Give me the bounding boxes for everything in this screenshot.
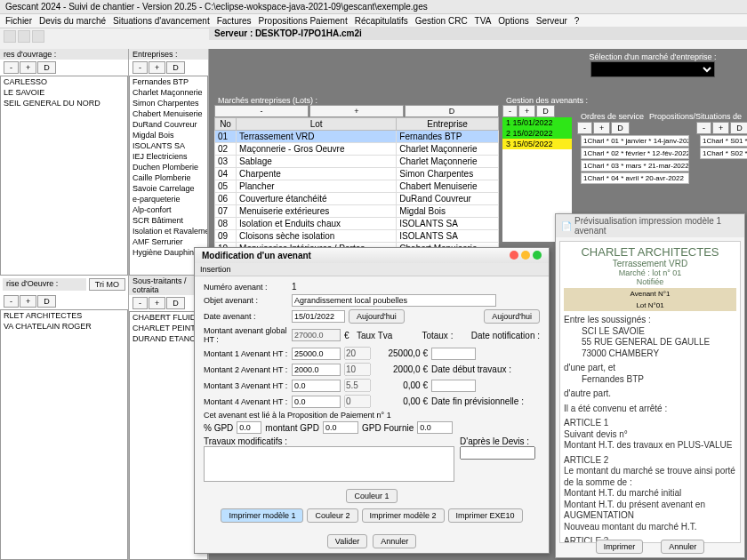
ordre-item[interactable]: 1Charl * 02 * février * 12-fév-2022: [581, 148, 689, 159]
pr-plus[interactable]: +: [712, 122, 729, 134]
ouvrages-list[interactable]: CARLESSO LE SAVOIE SEIL GENERAL DU NORD: [0, 76, 128, 276]
tri-mo-button[interactable]: Tri MO: [89, 278, 125, 291]
list-item[interactable]: Simon Charpentes: [130, 98, 207, 108]
couleur2-button[interactable]: Couleur 2: [307, 508, 357, 523]
menu-devis[interactable]: Devis du marché: [39, 16, 106, 26]
menu-factures[interactable]: Factures: [217, 16, 252, 26]
date-input[interactable]: [292, 310, 345, 323]
list-item[interactable]: VA CHATELAIN ROGER: [1, 321, 127, 332]
st-minus[interactable]: -: [133, 297, 148, 309]
lots-minus[interactable]: -: [214, 105, 309, 117]
av-d[interactable]: D: [536, 105, 555, 117]
couleur1-button[interactable]: Couleur 1: [346, 489, 397, 503]
list-item[interactable]: SCR Bâtiment: [130, 215, 207, 226]
oeuvres-list[interactable]: RLET ARCHITECTES VA CHATELAIN ROGER: [0, 309, 128, 560]
list-item[interactable]: RLET ARCHITECTES: [1, 310, 127, 321]
proposition-item[interactable]: 1Charl * S01 * L01 * mai *: [700, 135, 747, 147]
date-debut-input[interactable]: [431, 380, 476, 392]
os-minus[interactable]: -: [577, 122, 592, 134]
m3-input[interactable]: [292, 380, 341, 392]
menu-options[interactable]: Options: [498, 16, 528, 26]
menu-recap[interactable]: Récapitulatifs: [355, 16, 408, 26]
av-plus[interactable]: +: [518, 105, 535, 117]
close-icon[interactable]: [510, 251, 518, 260]
annuler-button[interactable]: Annuler: [373, 534, 416, 548]
list-item[interactable]: ISOLANTS SA: [130, 140, 207, 151]
list-item[interactable]: Isolation et Ravalement: [130, 226, 207, 236]
list-item[interactable]: SEIL GENERAL DU NORD: [1, 98, 127, 108]
oeuvre-minus[interactable]: -: [4, 295, 19, 308]
maximize-icon[interactable]: [533, 251, 542, 260]
objet-input[interactable]: [292, 294, 496, 307]
aujourdhui-button[interactable]: Aujourd'hui: [349, 309, 405, 324]
menu-situations[interactable]: Situations d'avancement: [113, 16, 210, 26]
aujourdhui-button-2[interactable]: Aujourd'hui: [484, 309, 540, 324]
date-notif-input[interactable]: [431, 348, 476, 360]
pr-minus[interactable]: -: [696, 122, 711, 134]
m4-input[interactable]: [292, 396, 341, 408]
table-row[interactable]: 01Terrassement VRDFernandes BTP: [215, 131, 499, 143]
lots-d[interactable]: D: [405, 105, 499, 117]
proposition-item[interactable]: 1Charl * S02 * L01 * juillet: [700, 148, 747, 159]
ouvrage-plus[interactable]: +: [20, 61, 36, 74]
pr-d[interactable]: D: [730, 122, 747, 134]
avenant-row[interactable]: 3 15/05/2022: [502, 139, 572, 149]
st-plus[interactable]: +: [149, 297, 165, 309]
table-row[interactable]: 03SablageCharlet Maçonnerie: [215, 156, 499, 168]
travaux-textarea[interactable]: [204, 446, 454, 482]
ordre-item[interactable]: 1Charl * 03 * mars * 21-mar-2022: [581, 160, 689, 172]
ouvrage-d[interactable]: D: [37, 61, 56, 74]
list-item[interactable]: Fernandes BTP: [130, 76, 207, 87]
ent-minus[interactable]: -: [133, 61, 148, 74]
gpd-fournie-input[interactable]: [417, 421, 453, 434]
table-row[interactable]: 05PlancherChabert Menuiserie: [215, 180, 499, 193]
list-item[interactable]: Duchen Plomberie: [130, 162, 207, 172]
oeuvre-d[interactable]: D: [37, 295, 56, 308]
st-d[interactable]: D: [166, 297, 185, 309]
list-item[interactable]: Savoie Carrelage: [130, 183, 207, 194]
selection-marche-dropdown[interactable]: [590, 61, 715, 77]
preview-annuler-button[interactable]: Annuler: [661, 540, 704, 554]
gpd-montant-input[interactable]: [323, 421, 358, 434]
menu-propositions[interactable]: Propositions Paiement: [259, 16, 348, 26]
minimize-icon[interactable]: [521, 251, 530, 260]
m2-input[interactable]: [292, 364, 341, 376]
imprimer-modele2-button[interactable]: Imprimer modèle 2: [362, 508, 445, 523]
lots-plus[interactable]: +: [309, 105, 404, 117]
list-item[interactable]: AMF Serrurier: [130, 236, 207, 247]
list-item[interactable]: Chabert Menuiserie: [130, 108, 207, 119]
list-item[interactable]: DuRand Couvreur: [130, 119, 207, 130]
menu-serveur[interactable]: Serveur: [536, 16, 567, 26]
table-row[interactable]: 07Menuiserie extérieuresMigdal Bois: [215, 205, 499, 218]
oeuvre-plus[interactable]: +: [20, 295, 36, 308]
list-item[interactable]: Charlet Maçonnerie: [130, 87, 207, 98]
imprimer-modele1-button[interactable]: Imprimer modèle 1: [221, 508, 303, 523]
table-row[interactable]: 09Cloisons sèche isolationISOLANTS SA: [215, 230, 499, 243]
gpd-pct-input[interactable]: [237, 421, 261, 434]
ordre-item[interactable]: 1Charl * 04 * avril * 20-avr-2022: [581, 172, 689, 184]
list-item[interactable]: Migdal Bois: [130, 130, 207, 140]
menu-tva[interactable]: TVA: [475, 16, 492, 26]
ordre-item[interactable]: 1Charl * 01 * janvier * 14-janv-2022: [581, 135, 689, 147]
toolbar-icon-2[interactable]: [18, 30, 30, 43]
menu-help[interactable]: ?: [574, 16, 580, 26]
list-item[interactable]: LE SAVOIE: [1, 87, 127, 98]
ent-d[interactable]: D: [166, 61, 185, 74]
table-row[interactable]: 06Couverture étanchéitéDuRand Couvreur: [215, 193, 499, 205]
avenant-row[interactable]: 2 15/02/2022: [502, 128, 572, 139]
devis-input[interactable]: [460, 446, 535, 460]
os-plus[interactable]: +: [593, 122, 610, 134]
list-item[interactable]: e-parqueterie: [130, 194, 207, 204]
avenant-row[interactable]: 1 15/01/2022: [502, 117, 572, 128]
list-item[interactable]: Caille Plomberie: [130, 172, 207, 183]
list-item[interactable]: CARLESSO: [1, 76, 127, 87]
ouvrage-minus[interactable]: -: [4, 61, 19, 74]
table-row[interactable]: 02Maçonnerie - Gros OeuvreCharlet Maçonn…: [215, 143, 499, 156]
list-item[interactable]: Alp-confort: [130, 204, 207, 215]
menu-crc[interactable]: Gestion CRC: [415, 16, 468, 26]
m1-input[interactable]: [292, 348, 341, 360]
valider-button[interactable]: Valider: [327, 534, 367, 548]
entreprises-list[interactable]: Fernandes BTPCharlet MaçonnerieSimon Cha…: [129, 76, 208, 276]
toolbar-icon-1[interactable]: [4, 30, 16, 43]
list-item[interactable]: IEJ Electriciens: [130, 151, 207, 162]
